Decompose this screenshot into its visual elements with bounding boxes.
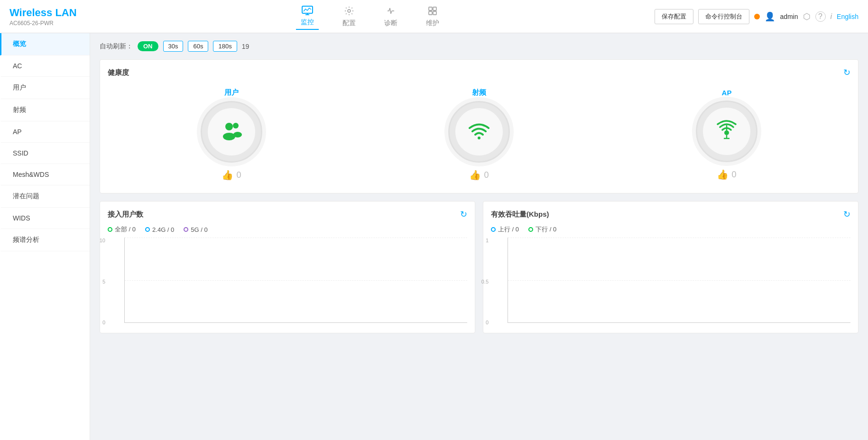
legend-down-dot <box>528 227 533 232</box>
sidebar-issues-label: 潜在问题 <box>13 192 39 200</box>
health-refresh-icon[interactable]: ↻ <box>843 67 850 78</box>
refresh-counter: 19 <box>242 43 249 50</box>
legend-all: 全部 / 0 <box>108 225 136 234</box>
legend-24g-label: 2.4G / 0 <box>152 226 174 233</box>
radio-thumb-icon: 👍 <box>469 169 481 181</box>
tab-maintain-label: 维护 <box>426 19 439 28</box>
sidebar-ap-label: AP <box>13 128 22 136</box>
svg-rect-9 <box>429 7 432 10</box>
save-config-button[interactable]: 保存配置 <box>655 9 693 24</box>
sidebar-mesh-label: Mesh&WDS <box>13 171 49 178</box>
legend-5g: 5G / 0 <box>184 225 207 234</box>
health-card-header: 健康度 ↻ <box>108 67 850 78</box>
sidebar-item-mesh[interactable]: Mesh&WDS <box>0 164 90 185</box>
sidebar-item-spectrum[interactable]: 频谱分析 <box>0 229 90 251</box>
sidebar-item-overview[interactable]: 概览 <box>0 33 90 55</box>
svg-point-14 <box>223 133 235 140</box>
health-ap-item: AP <box>696 89 757 180</box>
legend-5g-label: 5G / 0 <box>191 226 207 233</box>
main-layout: 概览 AC 用户 射频 AP SSID Mesh&WDS 潜在问题 WIDS 频… <box>0 33 868 440</box>
svg-point-18 <box>724 130 729 135</box>
device-model: AC6605-26-PWR <box>9 20 85 27</box>
user-count-card: 接入用户数 ↻ 全部 / 0 2.4G / 0 5G / 0 <box>100 201 475 333</box>
ap-thumb-icon: 👍 <box>717 169 729 180</box>
svg-rect-0 <box>302 6 313 13</box>
health-radio-circle <box>448 101 510 163</box>
two-col-section: 接入用户数 ↻ 全部 / 0 2.4G / 0 5G / 0 <box>100 201 859 341</box>
tab-config[interactable]: 配置 <box>338 3 360 30</box>
legend-down: 下行 / 0 <box>528 225 556 234</box>
sidebar-overview-label: 概览 <box>13 40 26 47</box>
ap-score-num: 0 <box>731 170 736 180</box>
logo-title: Wireless LAN <box>9 7 85 19</box>
t-chart-gridline-top <box>508 238 850 238</box>
wifi-icon <box>468 121 490 143</box>
health-radio-label: 射频 <box>472 88 486 97</box>
sidebar-ssid-label: SSID <box>13 149 28 157</box>
tab-diag[interactable]: 诊断 <box>379 3 402 30</box>
users-thumb-icon: 👍 <box>222 169 233 181</box>
sidebar-spectrum-label: 频谱分析 <box>13 236 39 243</box>
info-icon[interactable]: i <box>831 12 832 21</box>
legend-5g-dot <box>184 227 188 232</box>
sidebar-item-users[interactable]: 用户 <box>0 77 90 99</box>
legend-up-dot <box>491 227 496 232</box>
refresh-180s-button[interactable]: 180s <box>213 41 237 52</box>
throughput-refresh-icon[interactable]: ↻ <box>843 209 850 220</box>
logout-icon[interactable]: ⬡ <box>803 11 811 22</box>
health-radio-inner <box>455 108 503 156</box>
tab-monitor[interactable]: 监控 <box>296 3 319 30</box>
refresh-30s-button[interactable]: 30s <box>163 41 184 52</box>
sidebar-item-issues[interactable]: 潜在问题 <box>0 185 90 208</box>
t-y-label-05: 0.5 <box>477 279 489 284</box>
health-grid: 用户 <box>108 83 850 185</box>
svg-point-17 <box>478 137 480 139</box>
help-icon[interactable]: ? <box>815 11 826 22</box>
users-icon <box>220 120 243 143</box>
header: Wireless LAN AC6605-26-PWR 监控 <box>0 0 868 33</box>
refresh-60s-button[interactable]: 60s <box>188 41 208 52</box>
legend-all-label: 全部 / 0 <box>115 225 136 234</box>
sidebar-users-label: 用户 <box>13 83 26 91</box>
health-users-score: 👍 0 <box>222 169 241 181</box>
svg-point-3 <box>348 9 351 12</box>
tab-monitor-label: 监控 <box>301 18 314 27</box>
tab-config-label: 配置 <box>342 19 356 28</box>
health-users-circle <box>201 101 262 163</box>
svg-rect-12 <box>433 11 436 15</box>
console-button[interactable]: 命令行控制台 <box>698 9 749 24</box>
tab-maintain[interactable]: 维护 <box>421 3 444 30</box>
health-users-inner <box>208 108 255 156</box>
svg-line-7 <box>391 11 392 14</box>
throughput-title: 有效吞吐量(Kbps) <box>491 210 549 219</box>
chart-gridline-mid <box>125 280 467 281</box>
health-card: 健康度 ↻ 用户 <box>100 59 859 193</box>
auto-refresh-toggle[interactable]: ON <box>138 41 158 51</box>
maintain-icon <box>427 6 438 19</box>
legend-all-dot <box>108 227 112 232</box>
header-right: 保存配置 命令行控制台 👤 admin ⬡ ? i English <box>655 9 859 24</box>
sidebar-item-wids[interactable]: WIDS <box>0 208 90 229</box>
svg-point-15 <box>233 123 239 128</box>
sidebar-item-ac[interactable]: AC <box>0 55 90 77</box>
health-ap-score: 👍 0 <box>717 169 736 180</box>
user-count-y-labels: 10 5 0 <box>93 238 105 325</box>
health-users-ring <box>201 101 262 163</box>
legend-24g: 2.4G / 0 <box>145 225 174 234</box>
user-count-chart-area <box>124 238 467 323</box>
refresh-bar: 自动刷新： ON 30s 60s 180s 19 <box>100 41 859 52</box>
legend-up: 上行 / 0 <box>491 225 519 234</box>
chart-gridline-top <box>125 238 467 238</box>
t-chart-gridline-mid <box>508 280 850 281</box>
sidebar-item-ap[interactable]: AP <box>0 121 90 143</box>
users-score-num: 0 <box>236 170 241 180</box>
sidebar-item-radio[interactable]: 射频 <box>0 99 90 121</box>
user-count-refresh-icon[interactable]: ↻ <box>460 209 467 220</box>
sidebar-item-ssid[interactable]: SSID <box>0 143 90 164</box>
language-selector[interactable]: English <box>837 13 859 20</box>
health-radio-ring <box>448 101 510 163</box>
throughput-y-labels: 1 0.5 0 <box>477 238 489 325</box>
monitor-icon <box>302 6 313 18</box>
legend-up-label: 上行 / 0 <box>498 225 519 234</box>
svg-point-16 <box>233 132 242 138</box>
